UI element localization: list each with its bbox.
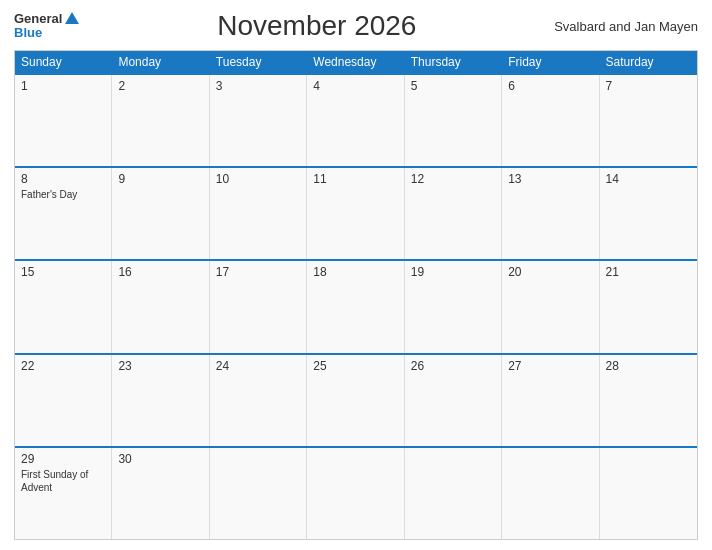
day-cell: 26 [405, 355, 502, 446]
day-number: 6 [508, 79, 592, 93]
day-cell: 21 [600, 261, 697, 352]
day-cell: 7 [600, 75, 697, 166]
day-number: 19 [411, 265, 495, 279]
event-label: First Sunday of Advent [21, 468, 105, 494]
day-number: 24 [216, 359, 300, 373]
day-number: 10 [216, 172, 300, 186]
day-cell: 30 [112, 448, 209, 539]
day-number: 28 [606, 359, 691, 373]
day-cell: 5 [405, 75, 502, 166]
day-header-thursday: Thursday [405, 51, 502, 73]
day-cell: 20 [502, 261, 599, 352]
region-label: Svalbard and Jan Mayen [554, 19, 698, 34]
day-header-saturday: Saturday [600, 51, 697, 73]
day-header-friday: Friday [502, 51, 599, 73]
day-cell: 23 [112, 355, 209, 446]
day-cell: 19 [405, 261, 502, 352]
day-cell: 24 [210, 355, 307, 446]
day-number: 16 [118, 265, 202, 279]
logo-general-text: General [14, 12, 79, 26]
day-header-sunday: Sunday [15, 51, 112, 73]
day-number: 5 [411, 79, 495, 93]
day-headers-row: SundayMondayTuesdayWednesdayThursdayFrid… [15, 51, 697, 73]
day-number: 25 [313, 359, 397, 373]
day-cell: 6 [502, 75, 599, 166]
day-cell: 25 [307, 355, 404, 446]
day-number: 26 [411, 359, 495, 373]
calendar-grid: SundayMondayTuesdayWednesdayThursdayFrid… [14, 50, 698, 540]
calendar-header: General Blue November 2026 Svalbard and … [14, 10, 698, 42]
week-row-1: 8Father's Day91011121314 [15, 166, 697, 259]
day-cell: 28 [600, 355, 697, 446]
week-row-4: 29First Sunday of Advent30 [15, 446, 697, 539]
day-cell: 29First Sunday of Advent [15, 448, 112, 539]
month-title: November 2026 [217, 10, 416, 42]
day-number: 21 [606, 265, 691, 279]
week-row-2: 15161718192021 [15, 259, 697, 352]
day-number: 18 [313, 265, 397, 279]
day-cell: 10 [210, 168, 307, 259]
day-number: 2 [118, 79, 202, 93]
day-number: 13 [508, 172, 592, 186]
day-number: 8 [21, 172, 105, 186]
day-number: 20 [508, 265, 592, 279]
day-cell: 2 [112, 75, 209, 166]
day-cell [600, 448, 697, 539]
day-number: 30 [118, 452, 202, 466]
logo-blue-label: Blue [14, 26, 42, 40]
day-cell [405, 448, 502, 539]
logo-triangle-icon [65, 12, 79, 24]
day-cell: 3 [210, 75, 307, 166]
logo: General Blue [14, 12, 79, 41]
day-header-monday: Monday [112, 51, 209, 73]
day-cell: 14 [600, 168, 697, 259]
day-number: 12 [411, 172, 495, 186]
day-cell [502, 448, 599, 539]
day-number: 29 [21, 452, 105, 466]
day-number: 7 [606, 79, 691, 93]
day-cell: 13 [502, 168, 599, 259]
event-label: Father's Day [21, 188, 105, 201]
day-cell: 27 [502, 355, 599, 446]
calendar-container: General Blue November 2026 Svalbard and … [0, 0, 712, 550]
day-cell: 8Father's Day [15, 168, 112, 259]
day-number: 22 [21, 359, 105, 373]
week-row-3: 22232425262728 [15, 353, 697, 446]
day-cell: 1 [15, 75, 112, 166]
week-row-0: 1234567 [15, 73, 697, 166]
day-cell: 11 [307, 168, 404, 259]
day-header-tuesday: Tuesday [210, 51, 307, 73]
day-cell: 12 [405, 168, 502, 259]
day-number: 11 [313, 172, 397, 186]
day-number: 17 [216, 265, 300, 279]
day-cell: 9 [112, 168, 209, 259]
day-cell [210, 448, 307, 539]
day-cell: 18 [307, 261, 404, 352]
day-cell: 4 [307, 75, 404, 166]
day-number: 23 [118, 359, 202, 373]
day-number: 1 [21, 79, 105, 93]
day-cell: 17 [210, 261, 307, 352]
day-cell: 22 [15, 355, 112, 446]
day-header-wednesday: Wednesday [307, 51, 404, 73]
day-cell [307, 448, 404, 539]
weeks-container: 12345678Father's Day91011121314151617181… [15, 73, 697, 539]
day-number: 9 [118, 172, 202, 186]
logo-blue-text: Blue [14, 26, 42, 40]
day-number: 27 [508, 359, 592, 373]
day-number: 3 [216, 79, 300, 93]
day-number: 4 [313, 79, 397, 93]
day-cell: 16 [112, 261, 209, 352]
day-number: 15 [21, 265, 105, 279]
logo-general-label: General [14, 12, 62, 26]
day-number: 14 [606, 172, 691, 186]
day-cell: 15 [15, 261, 112, 352]
